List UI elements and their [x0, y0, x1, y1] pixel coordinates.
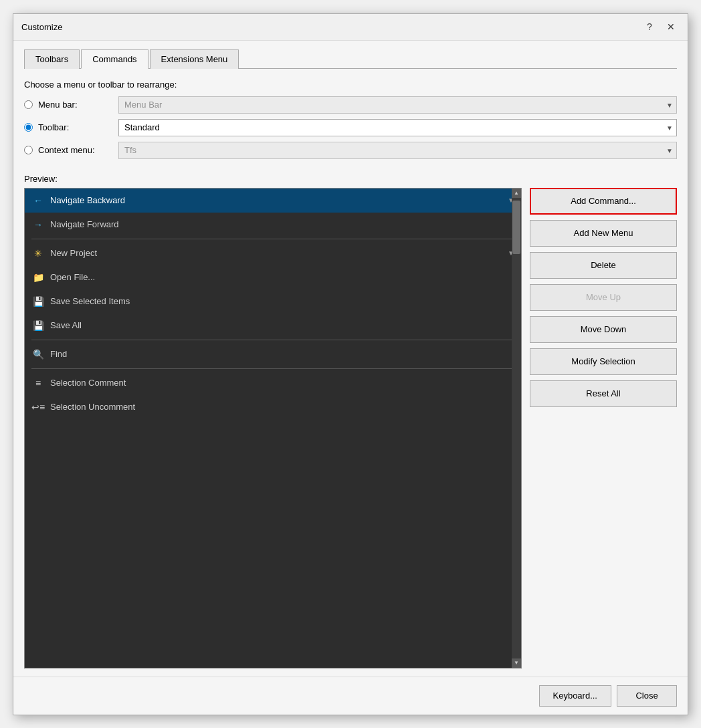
- item-text: Save All: [50, 320, 514, 330]
- reset-all-button[interactable]: Reset All: [530, 380, 677, 407]
- choose-label: Choose a menu or toolbar to rearrange:: [24, 80, 677, 90]
- title-bar: Customize ? ✕: [13, 14, 688, 41]
- right-buttons: Add Command... Add New Menu Delete Move …: [530, 188, 677, 669]
- tab-extensions-menu[interactable]: Extensions Menu: [150, 49, 239, 69]
- menu-bar-dropdown-container: Menu Bar ▼: [118, 96, 677, 114]
- title-bar-controls: ? ✕: [641, 18, 680, 35]
- tab-bar: Toolbars Commands Extensions Menu: [24, 49, 677, 69]
- item-icon: 💾: [31, 319, 45, 332]
- context-menu-label[interactable]: Context menu:: [38, 145, 118, 155]
- title-bar-left: Customize: [21, 22, 62, 32]
- dialog-title: Customize: [21, 22, 62, 32]
- toolbar-dropdown-container: Standard ▼: [118, 119, 677, 136]
- toolbar-select[interactable]: Standard: [118, 119, 677, 136]
- list-separator: [31, 340, 514, 340]
- menu-bar-row: Menu bar: Menu Bar ▼: [24, 96, 677, 114]
- keyboard-button[interactable]: Keyboard...: [539, 685, 612, 707]
- item-text: Open File...: [50, 272, 514, 282]
- dialog-content: Toolbars Commands Extensions Menu Choose…: [13, 41, 688, 677]
- list-item[interactable]: → Navigate Forward: [25, 213, 521, 237]
- context-menu-dropdown-container: Tfs ▼: [118, 142, 677, 159]
- move-down-button[interactable]: Move Down: [530, 316, 677, 343]
- item-text: New Project: [50, 248, 508, 258]
- item-icon: ≡: [31, 376, 45, 390]
- tab-toolbars[interactable]: Toolbars: [24, 49, 80, 69]
- list-item[interactable]: 📁 Open File...: [25, 265, 521, 289]
- context-menu-select[interactable]: Tfs: [118, 142, 677, 159]
- menu-bar-label[interactable]: Menu bar:: [38, 100, 118, 110]
- item-text: Navigate Backward: [50, 195, 508, 205]
- item-icon: 💾: [31, 295, 45, 308]
- item-icon: 📁: [31, 271, 45, 284]
- list-item[interactable]: ✳ New Project ▼: [25, 241, 521, 265]
- bottom-bar: Keyboard... Close: [13, 677, 688, 715]
- context-menu-radio[interactable]: [24, 146, 33, 154]
- item-text: Selection Uncomment: [50, 402, 514, 412]
- toolbar-radio[interactable]: [24, 123, 33, 132]
- tab-commands[interactable]: Commands: [81, 49, 148, 69]
- item-text: Navigate Forward: [50, 219, 514, 229]
- list-item[interactable]: 💾 Save All: [25, 314, 521, 338]
- scrollbar-track[interactable]: ▲ ▼: [512, 189, 521, 668]
- item-icon: ↩≡: [31, 400, 45, 414]
- item-icon: ←: [31, 194, 45, 207]
- item-text: Save Selected Items: [50, 296, 514, 306]
- list-separator: [31, 239, 514, 239]
- list-item[interactable]: 🔍 Find: [25, 342, 521, 366]
- menu-bar-select[interactable]: Menu Bar: [118, 96, 677, 114]
- close-button[interactable]: Close: [617, 685, 677, 707]
- list-item[interactable]: 💾 Save Selected Items: [25, 289, 521, 314]
- preview-main: ← Navigate Backward ▼ → Navigate Forward…: [24, 188, 677, 669]
- preview-list-wrapper: ← Navigate Backward ▼ → Navigate Forward…: [24, 188, 522, 669]
- delete-button[interactable]: Delete: [530, 252, 677, 279]
- item-text: Selection Comment: [50, 378, 514, 388]
- item-text: Find: [50, 349, 514, 359]
- modify-selection-button[interactable]: Modify Selection: [530, 348, 677, 375]
- add-command-button[interactable]: Add Command...: [530, 188, 677, 215]
- list-item[interactable]: ≡ Selection Comment: [25, 371, 521, 395]
- item-icon: 🔍: [31, 348, 45, 361]
- toolbar-label[interactable]: Toolbar:: [38, 122, 118, 132]
- menu-bar-radio[interactable]: [24, 100, 33, 109]
- customize-dialog: Customize ? ✕ Toolbars Commands Extensio…: [13, 13, 688, 715]
- preview-label: Preview:: [24, 174, 677, 184]
- scroll-up-button[interactable]: ▲: [512, 189, 521, 198]
- list-item[interactable]: ← Navigate Backward ▼: [25, 189, 521, 213]
- add-new-menu-button[interactable]: Add New Menu: [530, 220, 677, 247]
- list-item[interactable]: ↩≡ Selection Uncomment: [25, 395, 521, 419]
- form-section: Choose a menu or toolbar to rearrange: M…: [24, 80, 677, 164]
- close-title-button[interactable]: ✕: [662, 18, 680, 35]
- scroll-down-button[interactable]: ▼: [512, 658, 521, 668]
- context-menu-row: Context menu: Tfs ▼: [24, 142, 677, 159]
- item-icon: →: [31, 218, 45, 231]
- list-separator: [31, 368, 514, 369]
- help-button[interactable]: ?: [641, 18, 658, 35]
- item-icon: ✳: [31, 247, 45, 260]
- move-up-button[interactable]: Move Up: [530, 284, 677, 311]
- toolbar-row: Toolbar: Standard ▼: [24, 119, 677, 136]
- preview-list: ← Navigate Backward ▼ → Navigate Forward…: [25, 189, 521, 668]
- scrollbar-thumb[interactable]: [512, 201, 520, 254]
